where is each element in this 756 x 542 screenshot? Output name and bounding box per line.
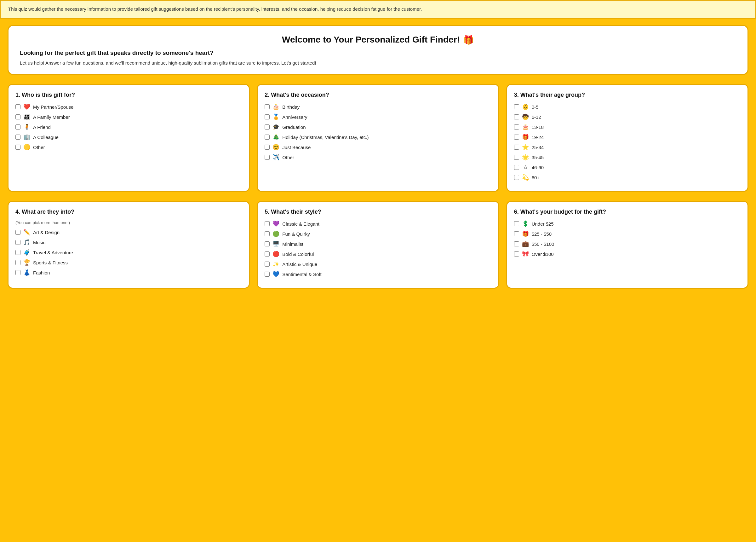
option-checkbox-q4-2[interactable] — [15, 250, 20, 255]
option-icon: 💫 — [522, 174, 529, 181]
option-row: 🌟35-45 — [514, 154, 741, 161]
option-row: 🎄Holiday (Christmas, Valentine's Day, et… — [265, 134, 491, 140]
option-label: 46-60 — [532, 165, 544, 170]
option-icon: 🎂 — [272, 103, 280, 110]
option-row: 👗Fashion — [15, 269, 242, 276]
option-checkbox-q1-4[interactable] — [15, 145, 20, 150]
option-label: Holiday (Christmas, Valentine's Day, etc… — [282, 134, 369, 140]
option-label: A Friend — [33, 124, 51, 130]
option-checkbox-q2-1[interactable] — [265, 114, 270, 119]
option-label: 60+ — [532, 175, 540, 180]
option-label: Art & Design — [33, 230, 60, 235]
option-icon: ☆ — [522, 164, 529, 171]
option-checkbox-q5-4[interactable] — [265, 261, 270, 266]
option-row: 💫60+ — [514, 174, 741, 181]
option-checkbox-q3-1[interactable] — [514, 114, 519, 119]
option-checkbox-q2-5[interactable] — [265, 155, 270, 160]
option-icon: 🎓 — [272, 123, 280, 130]
option-checkbox-q5-1[interactable] — [265, 231, 270, 236]
option-checkbox-q3-3[interactable] — [514, 134, 519, 140]
option-checkbox-q3-2[interactable] — [514, 124, 519, 129]
option-checkbox-q6-3[interactable] — [514, 251, 519, 256]
option-icon: 🟢 — [272, 230, 280, 237]
option-label: Fashion — [33, 270, 50, 276]
option-row: 🟢Fun & Quirky — [265, 230, 491, 237]
option-checkbox-q5-2[interactable] — [265, 241, 270, 246]
option-icon: 🔴 — [272, 250, 280, 257]
option-checkbox-q6-2[interactable] — [514, 241, 519, 246]
option-checkbox-q6-0[interactable] — [514, 221, 519, 226]
option-icon: 🖥️ — [272, 240, 280, 247]
option-row: 🎀Over $100 — [514, 250, 741, 257]
option-icon: ✈️ — [272, 154, 280, 161]
option-checkbox-q2-3[interactable] — [265, 134, 270, 140]
option-label: Artistic & Unique — [282, 261, 317, 267]
main-container: Welcome to Your Personalized Gift Finder… — [0, 19, 756, 299]
option-checkbox-q2-2[interactable] — [265, 124, 270, 129]
option-checkbox-q1-0[interactable] — [15, 104, 20, 109]
option-checkbox-q2-4[interactable] — [265, 145, 270, 150]
option-checkbox-q4-0[interactable] — [15, 230, 20, 235]
option-checkbox-q5-0[interactable] — [265, 221, 270, 226]
option-row: 🏆Sports & Fitness — [15, 259, 242, 266]
option-label: Graduation — [282, 124, 306, 130]
questions-grid-bottom: 4. What are they into?(You can pick more… — [8, 201, 748, 289]
option-row: 🏅Anniversary — [265, 113, 491, 120]
option-label: Birthday — [282, 104, 300, 110]
option-row: ✏️Art & Design — [15, 229, 242, 236]
question-card-q3: 3. What's their age group?👶0-5🧒6-12🎂13-1… — [506, 84, 748, 192]
option-checkbox-q3-5[interactable] — [514, 155, 519, 160]
option-label: Music — [33, 240, 45, 245]
option-checkbox-q4-1[interactable] — [15, 240, 20, 245]
option-icon: 🟡 — [23, 144, 31, 151]
option-row: 👨‍👩‍👧A Family Member — [15, 113, 242, 120]
option-checkbox-q5-3[interactable] — [265, 251, 270, 256]
question-title-q4: 4. What are they into? — [15, 208, 242, 215]
option-checkbox-q1-3[interactable] — [15, 134, 20, 140]
question-subtitle-q4: (You can pick more than one!) — [15, 220, 242, 225]
option-label: A Colleague — [33, 134, 59, 140]
intro-text: This quiz would gather the necessary inf… — [8, 6, 422, 12]
option-icon: 🎀 — [522, 250, 529, 257]
option-icon: ✏️ — [23, 229, 31, 236]
option-checkbox-q3-0[interactable] — [514, 104, 519, 109]
option-icon: 💼 — [522, 240, 529, 247]
welcome-subtitle: Looking for the perfect gift that speaks… — [20, 49, 736, 56]
option-label: 6-12 — [532, 114, 541, 120]
option-row: 💙Sentimental & Soft — [265, 271, 491, 278]
option-checkbox-q5-5[interactable] — [265, 272, 270, 277]
option-row: 🔴Bold & Colorful — [265, 250, 491, 257]
option-icon: 👗 — [23, 269, 31, 276]
option-checkbox-q3-7[interactable] — [514, 175, 519, 180]
intro-bar: This quiz would gather the necessary inf… — [0, 0, 756, 19]
option-icon: 👶 — [522, 103, 529, 110]
option-icon: 💙 — [272, 271, 280, 278]
option-label: 0-5 — [532, 104, 539, 110]
option-label: Anniversary — [282, 114, 307, 120]
option-label: Other — [33, 145, 45, 150]
option-checkbox-q1-1[interactable] — [15, 114, 20, 119]
option-checkbox-q3-4[interactable] — [514, 145, 519, 150]
option-icon: 🏢 — [23, 134, 31, 140]
gift-icon: 🎁 — [463, 35, 474, 45]
option-checkbox-q1-2[interactable] — [15, 124, 20, 129]
option-label: Sentimental & Soft — [282, 272, 321, 277]
option-row: 🧍A Friend — [15, 123, 242, 130]
option-icon: ⭐ — [522, 144, 529, 151]
option-label: Under $25 — [532, 221, 554, 226]
option-checkbox-q4-4[interactable] — [15, 270, 20, 275]
welcome-title-text: Welcome to Your Personalized Gift Finder… — [282, 35, 460, 45]
option-row: 💲Under $25 — [514, 220, 741, 227]
option-label: 13-18 — [532, 124, 544, 130]
option-checkbox-q4-3[interactable] — [15, 260, 20, 265]
option-checkbox-q2-0[interactable] — [265, 104, 270, 109]
option-row: ⭐25-34 — [514, 144, 741, 151]
option-label: $50 - $100 — [532, 241, 554, 247]
option-checkbox-q3-6[interactable] — [514, 165, 519, 170]
option-label: Travel & Adventure — [33, 250, 73, 255]
option-icon: 🎵 — [23, 239, 31, 246]
question-card-q6: 6. What's your budget for the gift?💲Unde… — [506, 201, 748, 289]
option-checkbox-q6-1[interactable] — [514, 231, 519, 236]
option-icon: 💜 — [272, 220, 280, 227]
option-icon: ✨ — [272, 260, 280, 267]
